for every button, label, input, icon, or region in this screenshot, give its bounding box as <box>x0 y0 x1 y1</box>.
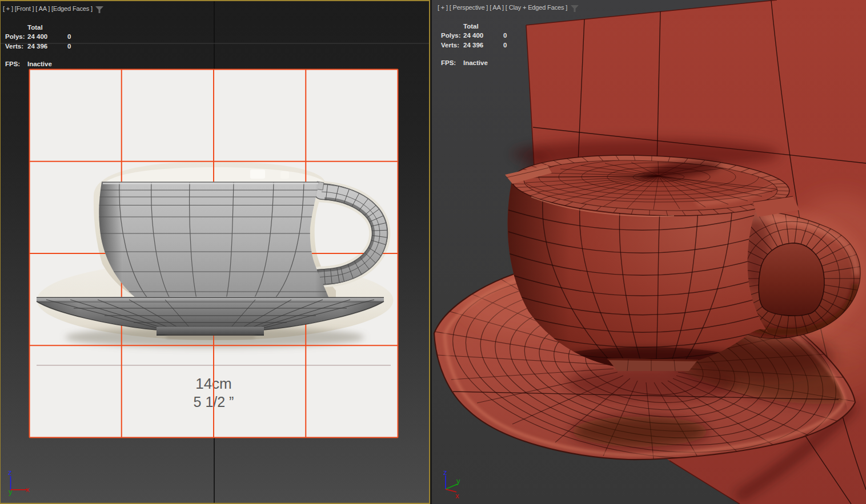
svg-text:y: y <box>9 487 13 496</box>
svg-text:x: x <box>455 491 459 499</box>
svg-text:x: x <box>26 485 30 494</box>
svg-text:y: y <box>456 477 460 485</box>
svg-text:z: z <box>443 468 447 477</box>
svg-text:z: z <box>8 468 12 477</box>
